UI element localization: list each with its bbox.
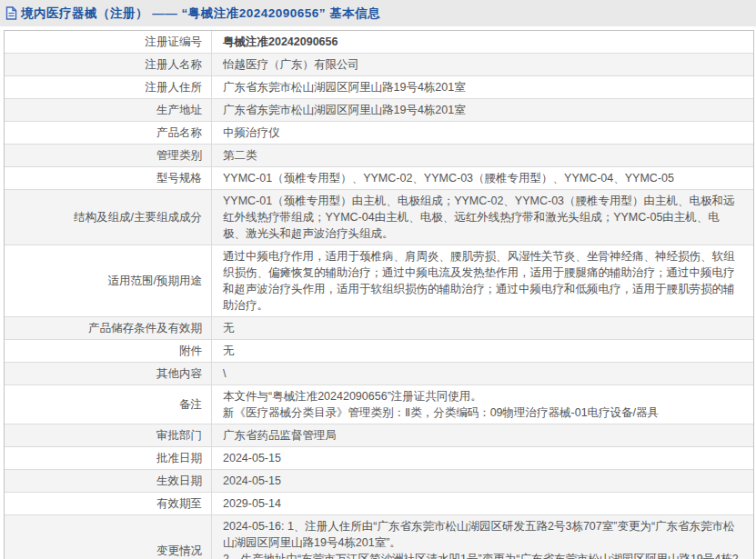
page-title: 境内医疗器械（注册） —— “粤械注准20242090656” 基本信息	[21, 5, 380, 22]
row-value-line: 2、生产地址由“东莞市万江区简沙洲社区清水凹1号”变更为“广东省东莞市松山湖园区…	[223, 551, 741, 559]
row-value-line: 通过中频电疗作用，适用于颈椎病、肩周炎、腰肌劳损、风湿性关节炎、坐骨神经痛、神经…	[223, 248, 741, 314]
table-row: 产品名称 中频治疗仪	[5, 122, 753, 145]
row-label-text: 生产地址	[156, 102, 202, 118]
row-value: 粤械注准20242090656	[212, 31, 753, 53]
row-label: 生效日期	[5, 470, 212, 492]
row-value: 广东省药品监督管理局	[212, 424, 753, 446]
row-label: 注册人名称	[5, 54, 212, 75]
row-value: 2024-05-15	[212, 470, 753, 492]
row-value: 广东省东莞市松山湖园区阿里山路19号4栋201室	[212, 76, 753, 98]
row-label-text: 生效日期	[156, 473, 202, 489]
table-row: 变更情况 2024-05-16: 1、注册人住所由“广东省东莞市松山湖园区研发五…	[5, 515, 753, 559]
row-value-line: 新《医疗器械分类目录》管理类别：Ⅱ类，分类编码：09物理治疗器械-01电疗设备/…	[223, 404, 741, 421]
row-label-text: 批准日期	[156, 450, 202, 466]
row-label: 管理类别	[5, 145, 212, 166]
row-label: 型号规格	[5, 167, 212, 189]
row-label: 生产地址	[5, 99, 212, 121]
row-label-text: 备注	[179, 396, 202, 413]
row-value: YYMC-01（颈椎专用型）、YYMC-02、YYMC-03（腰椎专用型）、YY…	[212, 167, 753, 189]
table-row: 结构及组成/主要组成成分 YYMC-01（颈椎专用型）由主机、电极组成；YYMC…	[5, 190, 753, 245]
row-value-line: 粤械注准20242090656	[223, 34, 741, 50]
info-table: 注册证编号 粤械注准20242090656 注册人名称 怡越医疗（广东）有限公司…	[4, 30, 754, 559]
row-value-line: YYMC-01（颈椎专用型）由主机、电极组成；YYMC-02、YYMC-03（腰…	[223, 193, 741, 242]
row-value: \	[212, 363, 753, 384]
row-label-text: 注册人住所	[146, 79, 203, 95]
row-label: 备注	[5, 385, 212, 424]
row-label-text: 变更情况	[156, 543, 202, 559]
row-value-line: 2029-05-14	[223, 495, 741, 512]
table-row: 产品储存条件及有效期 无	[5, 317, 753, 340]
row-label: 产品储存条件及有效期	[5, 317, 212, 339]
row-value: YYMC-01（颈椎专用型）由主机、电极组成；YYMC-02、YYMC-03（腰…	[212, 190, 753, 245]
row-value-line: 中频治疗仪	[223, 125, 741, 141]
table-row: 注册证编号 粤械注准20242090656	[5, 31, 753, 54]
row-label-text: 管理类别	[156, 147, 202, 164]
table-row: 适用范围/预期用途 通过中频电疗作用，适用于颈椎病、肩周炎、腰肌劳损、风湿性关节…	[5, 245, 753, 317]
table-row: 型号规格 YYMC-01（颈椎专用型）、YYMC-02、YYMC-03（腰椎专用…	[5, 167, 753, 190]
row-value: 2029-05-14	[212, 493, 753, 514]
row-label-text: 其他内容	[156, 365, 202, 382]
row-label-text: 注册人名称	[146, 56, 203, 73]
row-value: 无	[212, 317, 753, 339]
row-value: 通过中频电疗作用，适用于颈椎病、肩周炎、腰肌劳损、风湿性关节炎、坐骨神经痛、神经…	[212, 245, 753, 316]
row-value-line: 广东省东莞市松山湖园区阿里山路19号4栋201室	[223, 79, 741, 95]
row-value-line: 无	[223, 343, 741, 359]
row-label-text: 审批部门	[156, 427, 202, 444]
page-header: 境内医疗器械（注册） —— “粤械注准20242090656” 基本信息	[0, 0, 756, 26]
row-value: 中频治疗仪	[212, 122, 753, 144]
row-label: 有效期至	[5, 493, 212, 514]
row-value: 广东省东莞市松山湖园区阿里山路19号4栋201室	[212, 99, 753, 121]
row-value-line: 2024-05-16: 1、注册人住所由“广东省东莞市松山湖园区研发五路2号3栋…	[223, 518, 741, 551]
table-row: 批准日期 2024-05-15	[5, 447, 753, 470]
row-label-text: 注册证编号	[146, 34, 203, 50]
table-row: 其他内容 \	[5, 363, 753, 385]
table-row: 有效期至 2029-05-14	[5, 493, 753, 515]
row-label: 注册证编号	[5, 31, 212, 53]
row-label-text: 型号规格	[156, 170, 202, 186]
table-row: 生产地址 广东省东莞市松山湖园区阿里山路19号4栋201室	[5, 99, 753, 122]
row-label: 其他内容	[5, 363, 212, 384]
row-label-text: 产品储存条件及有效期	[88, 320, 202, 336]
table-row: 附件 无	[5, 340, 753, 363]
row-value-line: 广东省药品监督管理局	[223, 427, 741, 444]
row-label-text: 附件	[179, 343, 202, 359]
row-label: 适用范围/预期用途	[5, 245, 212, 316]
row-value-line: 本文件与“粤械注准20242090656”注册证共同使用。	[223, 388, 741, 404]
table-row: 审批部门 广东省药品监督管理局	[5, 424, 753, 447]
row-value: 2024-05-16: 1、注册人住所由“广东省东莞市松山湖园区研发五路2号3栋…	[212, 515, 753, 559]
row-label: 变更情况	[5, 515, 212, 559]
table-row: 管理类别 第二类	[5, 145, 753, 167]
row-value-line: 2024-05-15	[223, 450, 741, 466]
row-value-line: 广东省东莞市松山湖园区阿里山路19号4栋201室	[223, 102, 741, 118]
row-label-text: 有效期至	[156, 495, 202, 512]
table-row: 生效日期 2024-05-15	[5, 470, 753, 493]
table-row: 注册人住所 广东省东莞市松山湖园区阿里山路19号4栋201室	[5, 76, 753, 99]
row-label: 附件	[5, 340, 212, 362]
table-row: 备注 本文件与“粤械注准20242090656”注册证共同使用。新《医疗器械分类…	[5, 385, 753, 424]
row-value-line: 第二类	[223, 147, 741, 164]
row-value-line: 无	[223, 320, 741, 336]
row-value: 第二类	[212, 145, 753, 166]
document-icon	[5, 6, 17, 20]
row-label: 审批部门	[5, 424, 212, 446]
row-value-line: YYMC-01（颈椎专用型）、YYMC-02、YYMC-03（腰椎专用型）、YY…	[223, 170, 741, 186]
row-value: 本文件与“粤械注准20242090656”注册证共同使用。新《医疗器械分类目录》…	[212, 385, 753, 424]
row-value-line: 怡越医疗（广东）有限公司	[223, 56, 741, 73]
row-value: 无	[212, 340, 753, 362]
row-value-line: 2024-05-15	[223, 473, 741, 489]
row-value: 怡越医疗（广东）有限公司	[212, 54, 753, 75]
row-label: 产品名称	[5, 122, 212, 144]
row-label: 批准日期	[5, 447, 212, 469]
row-label-text: 产品名称	[156, 125, 202, 141]
row-label: 注册人住所	[5, 76, 212, 98]
row-label-text: 适用范围/预期用途	[108, 273, 202, 289]
row-value: 2024-05-15	[212, 447, 753, 469]
row-label-text: 结构及组成/主要组成成分	[74, 209, 202, 225]
row-value-line: \	[223, 365, 741, 382]
row-label: 结构及组成/主要组成成分	[5, 190, 212, 245]
table-row: 注册人名称 怡越医疗（广东）有限公司	[5, 54, 753, 76]
